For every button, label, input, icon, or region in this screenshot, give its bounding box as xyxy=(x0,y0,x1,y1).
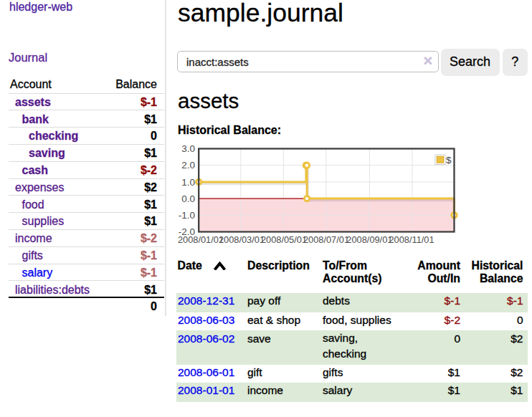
svg-text:2008/11/01: 2008/11/01 xyxy=(389,234,434,245)
svg-text:-1.0: -1.0 xyxy=(179,210,195,221)
svg-text:2008/01/01: 2008/01/01 xyxy=(178,234,224,245)
svg-text:$: $ xyxy=(446,155,452,166)
svg-text:2008/07/01: 2008/07/01 xyxy=(303,234,349,245)
svg-text:2008/03/01: 2008/03/01 xyxy=(219,234,265,245)
svg-text:1.0: 1.0 xyxy=(181,177,195,188)
svg-text:3.0: 3.0 xyxy=(181,143,195,154)
svg-text:0.0: 0.0 xyxy=(181,193,195,204)
svg-text:2008/09/01: 2008/09/01 xyxy=(346,234,392,245)
svg-text:2.0: 2.0 xyxy=(181,160,195,171)
svg-text:2008/05/01: 2008/05/01 xyxy=(261,234,307,245)
